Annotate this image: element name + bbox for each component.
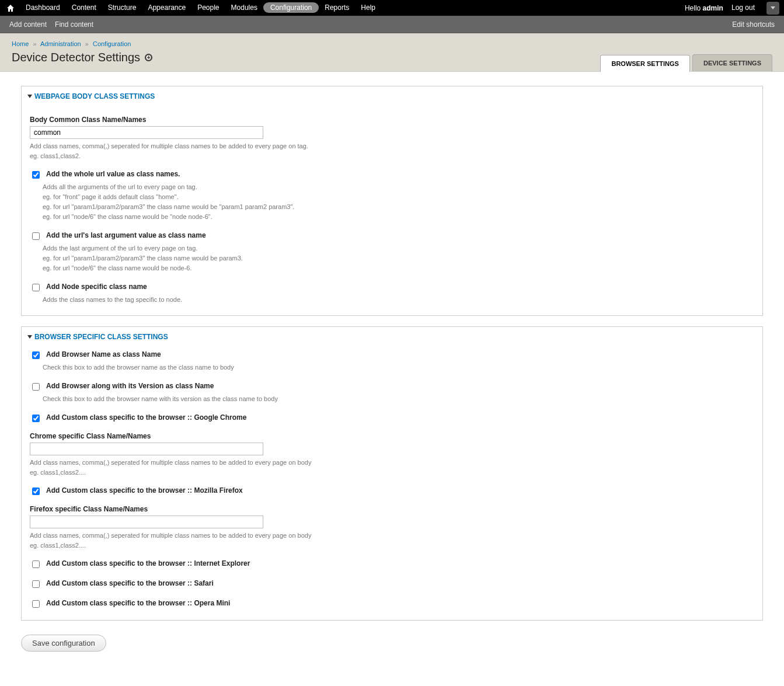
chrome-checkbox[interactable] [32, 415, 40, 422]
opera-cb-label[interactable]: Add Custom class specific to the browser… [46, 599, 230, 607]
user-greeting: Hello admin [685, 4, 723, 12]
chrome-cb-label[interactable]: Add Custom class specific to the browser… [46, 413, 246, 422]
last-arg-label[interactable]: Add the url's last argument value as cla… [46, 231, 206, 239]
firefox-cb-label[interactable]: Add Custom class specific to the browser… [46, 486, 243, 495]
firefox-class-input[interactable] [30, 516, 263, 528]
shortcut-left: Add content Find content [9, 20, 93, 29]
browser-name-label[interactable]: Add Browser Name as class Name [46, 350, 161, 358]
ie-checkbox[interactable] [32, 560, 40, 568]
menu-item-structure[interactable]: Structure [102, 4, 142, 12]
fieldset-body-class-legend[interactable]: WEBPAGE BODY CLASS SETTINGS [22, 86, 762, 103]
home-icon[interactable] [6, 4, 15, 13]
collapse-icon [27, 95, 32, 98]
fieldset-browser-class: BROWSER SPECIFIC CLASS SETTINGS Add Brow… [21, 326, 763, 621]
browser-name-checkbox[interactable] [32, 351, 40, 359]
breadcrumb-configuration[interactable]: Configuration [93, 40, 131, 47]
last-arg-checkbox[interactable] [32, 232, 40, 240]
opera-checkbox[interactable] [32, 600, 40, 608]
safari-checkbox[interactable] [32, 580, 40, 588]
shortcut-add-content[interactable]: Add content [9, 20, 47, 29]
whole-url-label[interactable]: Add the whole url value as class names. [46, 170, 180, 178]
breadcrumb-administration[interactable]: Administration [40, 40, 81, 47]
page-tabs: BROWSER SETTINGS DEVICE SETTINGS [600, 54, 772, 71]
last-arg-desc: Adds the last argument of the url to eve… [43, 243, 754, 273]
whole-url-desc: Adds all the arguments of the url to eve… [43, 182, 754, 222]
firefox-class-desc: Add class names, comma(,) seperated for … [30, 531, 754, 550]
menu-item-appearance[interactable]: Appearance [142, 4, 191, 12]
menu-item-reports[interactable]: Reports [319, 4, 355, 12]
menu-item-dashboard[interactable]: Dashboard [20, 4, 66, 12]
whole-url-checkbox[interactable] [32, 171, 40, 179]
firefox-checkbox[interactable] [32, 487, 40, 495]
chrome-class-desc: Add class names, comma(,) seperated for … [30, 458, 754, 477]
chrome-class-input[interactable] [30, 443, 263, 455]
menu-item-configuration[interactable]: Configuration [263, 2, 319, 13]
node-class-label[interactable]: Add Node specific class name [46, 283, 147, 291]
collapse-icon [27, 335, 32, 339]
browser-ver-desc: Check this box to add the browser name w… [43, 394, 754, 404]
fieldset-body-class: WEBPAGE BODY CLASS SETTINGS Body Common … [21, 86, 763, 316]
browser-ver-label[interactable]: Add Browser along with its Version as cl… [46, 382, 214, 390]
page-title: Device Detector Settings + [12, 51, 152, 71]
menu-item-help[interactable]: Help [355, 4, 381, 12]
browser-name-desc: Check this box to add the browser name a… [43, 363, 754, 372]
body-class-input[interactable] [30, 126, 263, 139]
shortcut-toolbar: Add content Find content Edit shortcuts [0, 16, 784, 33]
menu-item-modules[interactable]: Modules [225, 4, 263, 12]
shortcut-right: Edit shortcuts [732, 20, 775, 29]
logout-link[interactable]: Log out [726, 0, 761, 16]
breadcrumb-home[interactable]: Home [12, 40, 29, 47]
top-menu-left: DashboardContentStructureAppearancePeopl… [5, 0, 381, 16]
tab-browser-settings[interactable]: BROWSER SETTINGS [600, 55, 690, 72]
breadcrumb-sep: » [85, 40, 89, 47]
top-menu-items: DashboardContentStructureAppearancePeopl… [20, 0, 381, 16]
breadcrumb-sep: » [33, 40, 36, 47]
shortcut-find-content[interactable]: Find content [55, 20, 93, 29]
menu-item-people[interactable]: People [191, 4, 225, 12]
node-class-desc: Adds the class names to the tag specific… [43, 295, 754, 305]
shortcut-dropdown-icon[interactable] [766, 2, 779, 15]
body-class-label: Body Common Class Name/Names [30, 116, 754, 124]
browser-ver-checkbox[interactable] [32, 383, 40, 391]
ie-cb-label[interactable]: Add Custom class specific to the browser… [46, 559, 250, 567]
admin-top-menu: DashboardContentStructureAppearancePeopl… [0, 0, 784, 16]
safari-cb-label[interactable]: Add Custom class specific to the browser… [46, 579, 214, 587]
firefox-class-label: Firefox specific Class Name/Names [30, 505, 754, 513]
tab-device-settings[interactable]: DEVICE SETTINGS [692, 54, 772, 71]
breadcrumb: Home » Administration » Configuration [12, 40, 772, 47]
node-class-checkbox[interactable] [32, 284, 40, 291]
menu-item-content[interactable]: Content [66, 4, 102, 12]
edit-shortcuts-link[interactable]: Edit shortcuts [732, 20, 775, 29]
add-shortcut-icon[interactable]: + [145, 54, 152, 61]
page-header: Home » Administration » Configuration De… [0, 33, 784, 72]
content-region: WEBPAGE BODY CLASS SETTINGS Body Common … [0, 72, 784, 666]
body-class-desc: Add class names, comma(,) seperated for … [30, 141, 754, 161]
chrome-class-label: Chrome specific Class Name/Names [30, 432, 754, 440]
fieldset-browser-class-legend[interactable]: BROWSER SPECIFIC CLASS SETTINGS [22, 327, 762, 343]
save-configuration-button[interactable]: Save configuration [21, 635, 106, 652]
top-menu-right: Hello admin Log out [685, 0, 779, 16]
